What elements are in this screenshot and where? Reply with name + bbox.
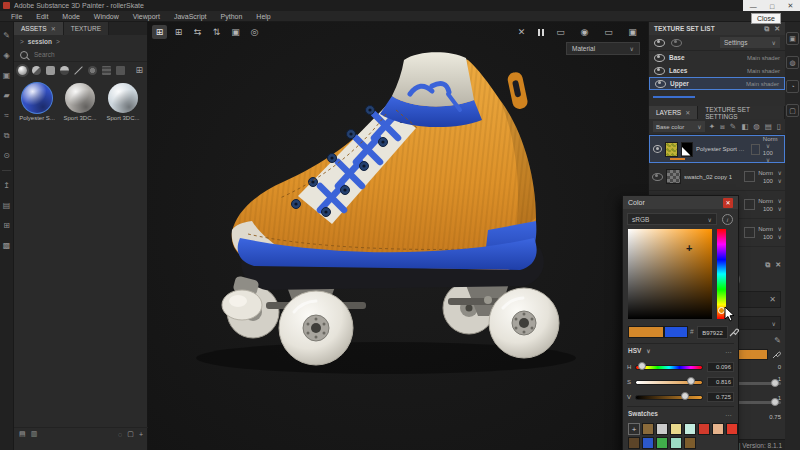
tab-texture-set-settings[interactable]: TEXTURE SET SETTINGS [698,106,785,119]
swatch[interactable] [642,437,654,449]
swatch[interactable] [670,437,682,449]
hex-input[interactable]: B97922 [697,326,728,339]
resources-icon[interactable]: ▩ [1,240,12,251]
layer-blend-thumb[interactable] [744,199,755,210]
color-space-dropdown[interactable]: sRGB ∨ [627,213,717,225]
panel-close-icon[interactable]: ✕ [774,25,780,33]
screenshot-icon[interactable]: ▣ [625,25,640,39]
layer-blend-thumb[interactable] [744,171,755,182]
camera-icon[interactable]: ▭ [601,25,616,39]
perspective-icon[interactable]: ◎ [247,25,262,39]
environment-icon[interactable]: ◉ [577,25,592,39]
list-view-icon[interactable]: ▤ [19,430,26,438]
layer-mask-thumbnail[interactable] [681,142,693,157]
channel-dropdown[interactable]: Base color ∨ [653,121,705,132]
properties-dock-icon[interactable]: ▢ [786,104,799,117]
info-icon[interactable]: i [722,214,733,225]
pause-icon[interactable] [538,29,544,36]
add-asset-icon[interactable]: + [139,431,143,438]
saturation-value-field[interactable] [628,229,712,319]
smudge-tool-icon[interactable]: ≈ [1,110,12,121]
menu-mode[interactable]: Mode [55,13,87,20]
swatch[interactable] [684,437,696,449]
close-button[interactable]: ✕ [787,2,793,10]
folder-icon[interactable]: ▢ [127,430,134,438]
opacity-dropdown[interactable]: 100 ∨ [763,177,782,184]
add-smart-material-icon[interactable]: ◍ [753,122,760,132]
refresh-icon[interactable]: ◌ [118,431,122,438]
delete-layer-icon[interactable]: ▯ [777,122,781,132]
eraser-tool-icon[interactable]: ◈ [1,50,12,61]
grid-layout-icon[interactable]: ⊞ [135,65,143,75]
clear-icon[interactable]: ✕ [769,295,776,304]
menu-python[interactable]: Python [214,13,250,20]
filter-alphas-icon[interactable] [88,66,97,75]
tab-layers[interactable]: LAYERS ✕ [649,106,698,119]
frame-view-icon[interactable]: ▣ [228,25,243,39]
layer-thumbnail[interactable] [665,142,677,157]
add-effect-icon[interactable]: ✦ [709,122,715,132]
view-split-icon[interactable]: ⊞ [171,25,186,39]
tab-close-icon[interactable]: ✕ [51,25,56,32]
breadcrumb-arrow-icon[interactable]: > [56,38,60,45]
layer-thumbnail[interactable] [666,169,681,184]
texture-set-row-upper[interactable]: Upper Main shader [649,77,785,90]
v-value-box[interactable]: 0.725 [707,392,734,402]
filter-smart-materials-icon[interactable] [32,66,41,75]
blend-mode-dropdown[interactable]: Norm ∨ [758,169,782,176]
layer-blend-thumb[interactable] [751,144,760,155]
add-fill-layer-icon[interactable]: ◧ [741,122,748,132]
shelf-icon[interactable]: ▤ [1,200,12,211]
visibility-eye-icon[interactable] [655,80,666,88]
material-card[interactable]: Sport 3DC... [61,83,99,121]
breadcrumb-session[interactable]: session [28,38,52,45]
layer-visibility-icon[interactable] [652,173,663,181]
breadcrumb-arrow-icon[interactable]: > [20,38,24,45]
add-paint-layer-icon[interactable]: ✎ [730,122,736,132]
hsv-section-header[interactable]: HSV ∨ [628,347,651,354]
swatch[interactable] [656,437,668,449]
filter-filters-icon[interactable] [60,66,69,75]
shading-mode-dropdown[interactable]: Material ∨ [566,42,640,55]
texture-set-settings-dropdown[interactable]: Settings ∨ [720,37,780,48]
s-value-box[interactable]: 0.816 [707,377,734,387]
polygon-fill-tool-icon[interactable]: ▰ [1,90,12,101]
detail-view-icon[interactable]: ▥ [31,430,38,438]
material-card[interactable]: Polyester S... [18,83,56,121]
add-instance-icon[interactable]: ⧈ [720,122,725,132]
color-dialog-header[interactable]: Color ✕ [623,196,738,209]
texture-set-row-laces[interactable]: Laces Main shader [649,64,785,77]
transform-icon[interactable]: ✕ [514,25,529,39]
texture-set-row-base[interactable]: Base Main shader [649,51,785,64]
grid-view-icon[interactable]: ⊞ [1,220,12,231]
edit-pencil-icon[interactable]: ✎ [774,336,781,345]
layer-row[interactable]: Polyester Sport Fleece Brus... Norm ∨ 10… [649,135,785,163]
opacity-dropdown[interactable]: 100 ∨ [763,150,781,163]
dock-icon[interactable]: ⧉ [765,261,770,269]
swatch[interactable] [698,423,710,435]
eyedropper-icon[interactable] [772,350,781,359]
maximize-button[interactable]: □ [770,3,774,10]
eyedropper-icon[interactable] [729,326,739,337]
swatch[interactable] [726,423,738,435]
opacity-dropdown[interactable]: 100 ∨ [763,205,782,212]
layer-row[interactable]: swatch_02 copy 1 Norm ∨ 100 ∨ [649,163,785,191]
display-settings-dock-icon[interactable]: ▣ [786,32,799,45]
symmetry-y-icon[interactable]: ⇅ [209,25,224,39]
filter-environments-icon[interactable] [116,66,125,75]
h-slider-thumb[interactable] [638,362,646,370]
add-swatch-button[interactable]: + [628,423,640,435]
tab-assets[interactable]: ASSETS ✕ [14,22,64,35]
opacity-dropdown[interactable]: 100 ∨ [763,233,782,240]
color-crosshair[interactable]: + [686,244,692,252]
tab-texture[interactable]: TEXTURE [64,22,109,35]
h-value-box[interactable]: 0.096 [707,362,734,372]
swatch[interactable] [642,423,654,435]
symmetry-x-icon[interactable]: ⇆ [190,25,205,39]
hsv-menu-icon[interactable]: … [725,347,732,354]
clone-tool-icon[interactable]: ⧉ [1,130,12,141]
material-picker-tool-icon[interactable]: ⊙ [1,150,12,161]
menu-file[interactable]: File [4,13,29,20]
tab-close-icon[interactable]: ✕ [685,109,690,116]
projection-tool-icon[interactable]: ▣ [1,70,12,81]
